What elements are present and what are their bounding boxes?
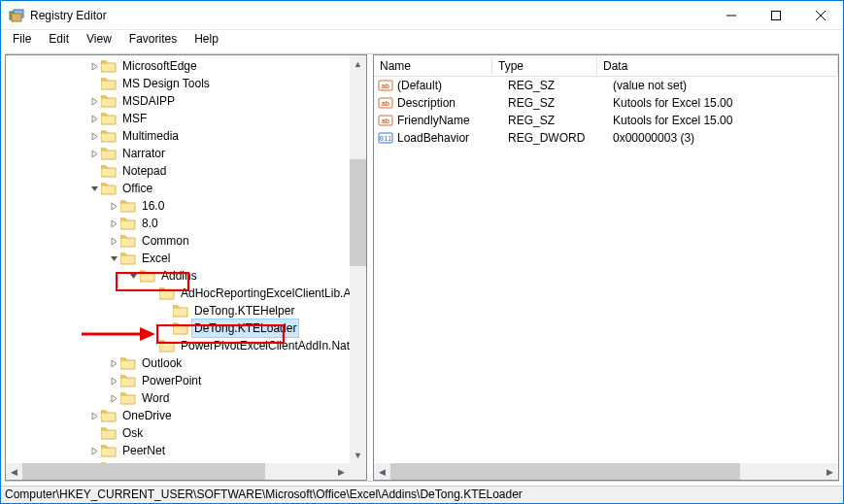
tree-node-n15[interactable]: DeTong.KTELoader [6,319,366,337]
tree-node-label[interactable]: DeTong.KTEHelper [192,302,296,319]
scroll-thumb-h[interactable] [22,463,265,480]
expand-icon[interactable] [107,237,120,246]
collapse-icon[interactable] [126,272,140,281]
scroll-left-button[interactable]: ◀ [374,463,390,480]
tree-node-label[interactable]: Notepad [120,162,168,180]
tree-node-label[interactable]: MS Design Tools [120,75,212,92]
tree-node-label[interactable]: DeTong.KTELoader [192,319,298,337]
tree-node-n5[interactable]: Narrator [6,145,366,162]
tree-node-n12[interactable]: Addins [6,267,366,285]
values-scrollbar-horizontal[interactable]: ◀ ▶ [374,463,838,480]
tree-node-label[interactable]: OneDrive [120,407,174,424]
tree-node-label[interactable]: AdHocReportingExcelClientLib.AdHocReport… [179,285,366,302]
tree-node-label[interactable]: Multimedia [120,127,181,145]
tree-node-n17[interactable]: Outlook [6,354,366,372]
tree-node-label[interactable]: 8.0 [140,215,160,232]
tree-node-n4[interactable]: Multimedia [6,127,366,145]
expand-icon[interactable] [87,132,101,141]
value-type: REG_SZ [508,114,613,127]
scroll-left-button[interactable]: ◀ [6,463,22,480]
expand-icon[interactable] [87,62,101,71]
header-name[interactable]: Name [374,57,492,75]
folder-icon [101,164,117,178]
tree-scrollbar-horizontal[interactable]: ◀ ▶ [6,463,350,480]
expand-icon[interactable] [87,447,101,455]
tree-node-label[interactable]: PeerNet [120,442,167,459]
scroll-right-button[interactable]: ▶ [333,463,350,480]
value-row[interactable]: 011LoadBehaviorREG_DWORD0x00000003 (3) [374,129,838,147]
close-button[interactable] [798,1,843,30]
tree-node-label[interactable]: 16.0 [140,197,166,215]
scroll-thumb-v[interactable] [350,159,366,266]
folder-icon [101,426,117,440]
tree-node-n9[interactable]: 8.0 [6,215,366,232]
tree-node-n11[interactable]: Excel [6,250,366,267]
expand-icon[interactable] [107,394,120,403]
tree-node-n16[interactable]: PowerPivotExcelClientAddIn.NativeEntry.1 [6,337,366,354]
tree-node-label[interactable]: MSF [120,110,149,127]
tree-node-label[interactable]: Common [140,232,191,250]
expand-icon[interactable] [107,202,120,211]
tree-node-label[interactable]: Office [120,180,154,197]
tree-node-label[interactable]: Narrator [120,145,167,162]
menu-help[interactable]: Help [186,31,226,47]
tree-node-n0[interactable]: MicrosoftEdge [6,57,366,75]
tree-node-n6[interactable]: Notepad [6,162,366,180]
tree-node-label[interactable]: MicrosoftEdge [120,57,199,75]
expand-icon[interactable] [87,412,101,420]
tree-node-label[interactable]: PowerPivotExcelClientAddIn.NativeEntry.1 [179,337,366,354]
header-data[interactable]: Data [597,57,838,75]
svg-text:ab: ab [382,100,389,107]
tree-node-label[interactable]: Addins [159,267,199,285]
value-row[interactable]: ab(Default)REG_SZ(value not set) [374,77,838,94]
tree-node-n2[interactable]: MSDAIPP [6,92,366,110]
menu-view[interactable]: View [79,31,119,47]
collapse-icon[interactable] [87,185,101,193]
expand-icon[interactable] [107,377,120,386]
scroll-thumb-h[interactable] [390,463,740,480]
folder-icon [173,321,188,335]
tree-node-n21[interactable]: Osk [6,424,366,442]
menu-edit[interactable]: Edit [41,31,77,47]
tree-node-label[interactable]: Word [140,389,171,407]
menu-file[interactable]: File [5,31,39,47]
expand-icon[interactable] [87,115,101,123]
value-row[interactable]: abFriendlyNameREG_SZKutools for Excel 15… [374,112,838,129]
tree-node-n19[interactable]: Word [6,389,366,407]
svg-rect-2 [12,14,21,21]
tree-node-label[interactable]: PowerPoint [140,372,203,389]
tree-node-label[interactable]: MSDAIPP [120,92,177,110]
tree-scrollbar-vertical[interactable]: ▲ ▼ [350,55,366,463]
tree-node-n20[interactable]: OneDrive [6,407,366,424]
maximize-button[interactable] [754,1,798,30]
menu-favorites[interactable]: Favorites [121,31,185,47]
scroll-down-button[interactable]: ▼ [350,447,366,463]
tree-node-n18[interactable]: PowerPoint [6,372,366,389]
tree-node-n3[interactable]: MSF [6,110,366,127]
title-bar[interactable]: Registry Editor [1,1,843,30]
tree-node-label[interactable]: Excel [140,250,172,267]
value-row[interactable]: abDescriptionREG_SZKutools for Excel 15.… [374,94,838,112]
expand-icon[interactable] [87,150,101,158]
folder-icon [120,217,136,230]
tree-node-n22[interactable]: PeerNet [6,442,366,459]
tree-node-n7[interactable]: Office [6,180,366,197]
tree-node-label[interactable]: Osk [120,424,145,442]
tree-node-n1[interactable]: MS Design Tools [6,75,366,92]
collapse-icon[interactable] [107,254,120,263]
tree-node-n8[interactable]: 16.0 [6,197,366,215]
folder-icon [120,234,136,248]
header-type[interactable]: Type [492,57,597,75]
tree-node-n10[interactable]: Common [6,232,366,250]
minimize-button[interactable] [709,1,754,30]
tree-node-n13[interactable]: AdHocReportingExcelClientLib.AdHocReport… [6,285,366,302]
tree-node-label[interactable]: Outlook [140,354,184,372]
expand-icon[interactable] [107,359,120,368]
values-list[interactable]: ab(Default)REG_SZ(value not set)abDescri… [374,77,838,147]
scroll-up-button[interactable]: ▲ [350,55,366,72]
expand-icon[interactable] [87,97,101,106]
registry-tree[interactable]: MicrosoftEdgeMS Design ToolsMSDAIPPMSFMu… [6,55,366,479]
scroll-right-button[interactable]: ▶ [822,463,838,480]
tree-node-n14[interactable]: DeTong.KTEHelper [6,302,366,319]
expand-icon[interactable] [107,219,120,228]
